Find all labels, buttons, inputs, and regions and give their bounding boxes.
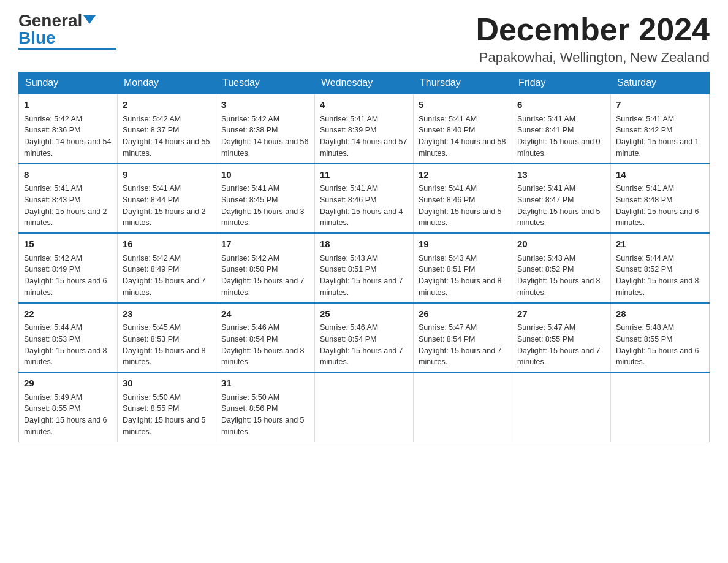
calendar-cell: 30Sunrise: 5:50 AMSunset: 8:55 PMDayligh… [118, 372, 216, 442]
logo: General Blue [18, 12, 116, 50]
calendar-cell: 20Sunrise: 5:43 AMSunset: 8:52 PMDayligh… [512, 233, 611, 303]
day-number: 2 [123, 98, 211, 112]
calendar-cell: 24Sunrise: 5:46 AMSunset: 8:54 PMDayligh… [216, 303, 315, 373]
day-number: 23 [123, 307, 211, 321]
day-number: 25 [320, 307, 408, 321]
day-info: Sunrise: 5:45 AMSunset: 8:53 PMDaylight:… [123, 322, 211, 368]
col-header-tuesday: Tuesday [216, 72, 315, 94]
day-info: Sunrise: 5:43 AMSunset: 8:51 PMDaylight:… [320, 253, 408, 299]
col-header-sunday: Sunday [19, 72, 118, 94]
day-info: Sunrise: 5:41 AMSunset: 8:44 PMDaylight:… [123, 183, 211, 229]
day-number: 4 [320, 98, 408, 112]
calendar-cell [611, 372, 710, 442]
calendar-cell: 14Sunrise: 5:41 AMSunset: 8:48 PMDayligh… [611, 164, 710, 234]
calendar-cell: 11Sunrise: 5:41 AMSunset: 8:46 PMDayligh… [315, 164, 414, 234]
day-number: 27 [517, 307, 605, 321]
day-number: 24 [221, 307, 309, 321]
day-number: 22 [24, 307, 112, 321]
day-info: Sunrise: 5:41 AMSunset: 8:47 PMDaylight:… [517, 183, 605, 229]
week-row-5: 29Sunrise: 5:49 AMSunset: 8:55 PMDayligh… [19, 372, 710, 442]
day-info: Sunrise: 5:46 AMSunset: 8:54 PMDaylight:… [221, 322, 309, 368]
day-number: 31 [221, 377, 309, 391]
day-number: 12 [419, 168, 507, 182]
day-number: 20 [517, 237, 605, 251]
header-row: SundayMondayTuesdayWednesdayThursdayFrid… [19, 72, 710, 94]
calendar-cell: 10Sunrise: 5:41 AMSunset: 8:45 PMDayligh… [216, 164, 315, 234]
calendar-cell: 2Sunrise: 5:42 AMSunset: 8:37 PMDaylight… [118, 94, 216, 164]
day-info: Sunrise: 5:41 AMSunset: 8:43 PMDaylight:… [24, 183, 112, 229]
day-number: 6 [517, 98, 605, 112]
col-header-friday: Friday [512, 72, 611, 94]
day-info: Sunrise: 5:43 AMSunset: 8:52 PMDaylight:… [517, 253, 605, 299]
day-number: 13 [517, 168, 605, 182]
calendar-cell: 3Sunrise: 5:42 AMSunset: 8:38 PMDaylight… [216, 94, 315, 164]
day-number: 14 [616, 168, 704, 182]
calendar-cell: 16Sunrise: 5:42 AMSunset: 8:49 PMDayligh… [118, 233, 216, 303]
calendar-cell: 17Sunrise: 5:42 AMSunset: 8:50 PMDayligh… [216, 233, 315, 303]
calendar-cell: 28Sunrise: 5:48 AMSunset: 8:55 PMDayligh… [611, 303, 710, 373]
calendar-cell: 13Sunrise: 5:41 AMSunset: 8:47 PMDayligh… [512, 164, 611, 234]
day-info: Sunrise: 5:42 AMSunset: 8:49 PMDaylight:… [24, 253, 112, 299]
day-info: Sunrise: 5:42 AMSunset: 8:37 PMDaylight:… [123, 113, 211, 159]
day-info: Sunrise: 5:42 AMSunset: 8:50 PMDaylight:… [221, 253, 309, 299]
day-number: 8 [24, 168, 112, 182]
calendar-cell: 8Sunrise: 5:41 AMSunset: 8:43 PMDaylight… [19, 164, 118, 234]
day-info: Sunrise: 5:41 AMSunset: 8:40 PMDaylight:… [419, 113, 507, 159]
week-row-2: 8Sunrise: 5:41 AMSunset: 8:43 PMDaylight… [19, 164, 710, 234]
logo-general-text: General [18, 12, 82, 29]
day-number: 15 [24, 237, 112, 251]
day-info: Sunrise: 5:44 AMSunset: 8:52 PMDaylight:… [616, 253, 704, 299]
day-number: 7 [616, 98, 704, 112]
day-info: Sunrise: 5:48 AMSunset: 8:55 PMDaylight:… [616, 322, 704, 368]
day-number: 16 [123, 237, 211, 251]
calendar-cell: 4Sunrise: 5:41 AMSunset: 8:39 PMDaylight… [315, 94, 414, 164]
day-info: Sunrise: 5:47 AMSunset: 8:55 PMDaylight:… [517, 322, 605, 368]
calendar-cell: 1Sunrise: 5:42 AMSunset: 8:36 PMDaylight… [19, 94, 118, 164]
day-number: 29 [24, 377, 112, 391]
day-info: Sunrise: 5:41 AMSunset: 8:39 PMDaylight:… [320, 113, 408, 159]
location-title: Papakowhai, Wellington, New Zealand [476, 50, 710, 66]
logo-underline [18, 48, 116, 50]
calendar-cell: 6Sunrise: 5:41 AMSunset: 8:41 PMDaylight… [512, 94, 611, 164]
day-number: 11 [320, 168, 408, 182]
calendar-cell: 19Sunrise: 5:43 AMSunset: 8:51 PMDayligh… [414, 233, 512, 303]
calendar-cell: 15Sunrise: 5:42 AMSunset: 8:49 PMDayligh… [19, 233, 118, 303]
day-info: Sunrise: 5:49 AMSunset: 8:55 PMDaylight:… [24, 392, 112, 438]
calendar-cell: 9Sunrise: 5:41 AMSunset: 8:44 PMDaylight… [118, 164, 216, 234]
day-number: 28 [616, 307, 704, 321]
day-info: Sunrise: 5:50 AMSunset: 8:56 PMDaylight:… [221, 392, 309, 438]
calendar-cell: 31Sunrise: 5:50 AMSunset: 8:56 PMDayligh… [216, 372, 315, 442]
day-number: 30 [123, 377, 211, 391]
day-number: 9 [123, 168, 211, 182]
calendar-cell: 22Sunrise: 5:44 AMSunset: 8:53 PMDayligh… [19, 303, 118, 373]
calendar-cell [414, 372, 512, 442]
logo-blue-text: Blue [18, 29, 96, 47]
week-row-4: 22Sunrise: 5:44 AMSunset: 8:53 PMDayligh… [19, 303, 710, 373]
day-info: Sunrise: 5:42 AMSunset: 8:36 PMDaylight:… [24, 113, 112, 159]
day-info: Sunrise: 5:44 AMSunset: 8:53 PMDaylight:… [24, 322, 112, 368]
day-info: Sunrise: 5:41 AMSunset: 8:46 PMDaylight:… [320, 183, 408, 229]
day-info: Sunrise: 5:41 AMSunset: 8:46 PMDaylight:… [419, 183, 507, 229]
day-number: 1 [24, 98, 112, 112]
day-info: Sunrise: 5:50 AMSunset: 8:55 PMDaylight:… [123, 392, 211, 438]
week-row-1: 1Sunrise: 5:42 AMSunset: 8:36 PMDaylight… [19, 94, 710, 164]
calendar-cell: 23Sunrise: 5:45 AMSunset: 8:53 PMDayligh… [118, 303, 216, 373]
day-info: Sunrise: 5:43 AMSunset: 8:51 PMDaylight:… [419, 253, 507, 299]
calendar-cell: 27Sunrise: 5:47 AMSunset: 8:55 PMDayligh… [512, 303, 611, 373]
day-number: 18 [320, 237, 408, 251]
week-row-3: 15Sunrise: 5:42 AMSunset: 8:49 PMDayligh… [19, 233, 710, 303]
title-area: December 2024 Papakowhai, Wellington, Ne… [476, 12, 710, 66]
calendar-cell: 26Sunrise: 5:47 AMSunset: 8:54 PMDayligh… [414, 303, 512, 373]
day-info: Sunrise: 5:46 AMSunset: 8:54 PMDaylight:… [320, 322, 408, 368]
calendar-cell: 21Sunrise: 5:44 AMSunset: 8:52 PMDayligh… [611, 233, 710, 303]
day-number: 26 [419, 307, 507, 321]
calendar-cell: 29Sunrise: 5:49 AMSunset: 8:55 PMDayligh… [19, 372, 118, 442]
logo-triangle-icon [83, 15, 96, 24]
day-number: 17 [221, 237, 309, 251]
calendar-cell: 7Sunrise: 5:41 AMSunset: 8:42 PMDaylight… [611, 94, 710, 164]
day-info: Sunrise: 5:41 AMSunset: 8:45 PMDaylight:… [221, 183, 309, 229]
day-info: Sunrise: 5:41 AMSunset: 8:48 PMDaylight:… [616, 183, 704, 229]
col-header-saturday: Saturday [611, 72, 710, 94]
day-info: Sunrise: 5:42 AMSunset: 8:49 PMDaylight:… [123, 253, 211, 299]
day-info: Sunrise: 5:42 AMSunset: 8:38 PMDaylight:… [221, 113, 309, 159]
